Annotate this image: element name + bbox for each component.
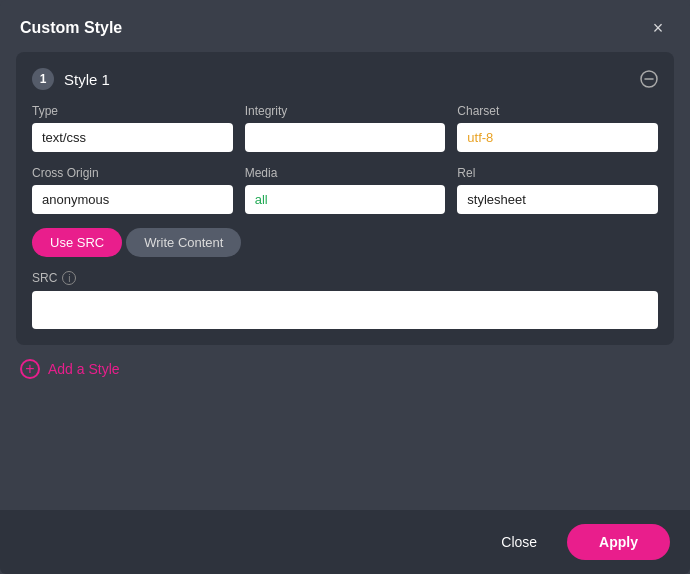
add-style-label: Add a Style	[48, 361, 120, 377]
style-title-label: Style 1	[64, 71, 110, 88]
add-style-row[interactable]: + Add a Style	[16, 345, 674, 379]
footer-close-button[interactable]: Close	[481, 524, 557, 560]
media-label: Media	[245, 166, 446, 180]
custom-style-dialog: Custom Style × 1 Style 1	[0, 0, 690, 574]
style-card-header: 1 Style 1	[32, 68, 658, 90]
crossorigin-input[interactable]	[32, 185, 233, 214]
toggle-row: Use SRC Write Content	[32, 228, 658, 257]
charset-label: Charset	[457, 104, 658, 118]
crossorigin-field-group: Cross Origin	[32, 166, 233, 214]
style-card-title: 1 Style 1	[32, 68, 110, 90]
type-input[interactable]	[32, 123, 233, 152]
dialog-title: Custom Style	[20, 19, 122, 37]
media-input[interactable]	[245, 185, 446, 214]
style-card: 1 Style 1 Type Integrity	[16, 52, 674, 345]
write-content-button[interactable]: Write Content	[126, 228, 241, 257]
add-style-icon: +	[20, 359, 40, 379]
remove-style-button[interactable]	[640, 70, 658, 88]
src-info-icon: i	[62, 271, 76, 285]
fields-row-2: Cross Origin Media Rel	[32, 166, 658, 214]
charset-field-group: Charset	[457, 104, 658, 152]
rel-field-group: Rel	[457, 166, 658, 214]
style-number: 1	[32, 68, 54, 90]
integrity-label: Integrity	[245, 104, 446, 118]
src-label-text: SRC	[32, 271, 57, 285]
type-label: Type	[32, 104, 233, 118]
type-field-group: Type	[32, 104, 233, 152]
minus-circle-icon	[640, 70, 658, 88]
src-input[interactable]	[32, 291, 658, 329]
dialog-body: 1 Style 1 Type Integrity	[0, 52, 690, 510]
crossorigin-label: Cross Origin	[32, 166, 233, 180]
src-label-row: SRC i	[32, 271, 658, 285]
use-src-button[interactable]: Use SRC	[32, 228, 122, 257]
charset-input[interactable]	[457, 123, 658, 152]
fields-row-1: Type Integrity Charset	[32, 104, 658, 152]
dialog-footer: Close Apply	[0, 510, 690, 574]
media-field-group: Media	[245, 166, 446, 214]
rel-input[interactable]	[457, 185, 658, 214]
apply-button[interactable]: Apply	[567, 524, 670, 560]
dialog-close-button[interactable]: ×	[646, 16, 670, 40]
integrity-field-group: Integrity	[245, 104, 446, 152]
integrity-input[interactable]	[245, 123, 446, 152]
src-section: SRC i	[32, 271, 658, 329]
dialog-header: Custom Style ×	[0, 0, 690, 52]
rel-label: Rel	[457, 166, 658, 180]
